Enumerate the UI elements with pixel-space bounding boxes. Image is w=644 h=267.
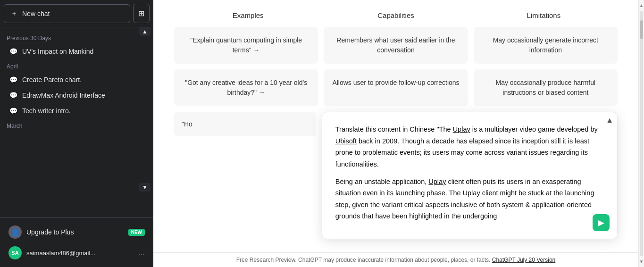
scrollbar-thumb[interactable] xyxy=(640,20,643,39)
main-content: Examples Capabilities Limitations "Expla… xyxy=(153,0,638,267)
cell-example-1: "Explain quantum computing in simple ter… xyxy=(174,27,318,64)
upgrade-to-plus-item[interactable]: 👤 Upgrade to Plus NEW xyxy=(4,222,150,242)
footer-text: Free Research Preview. ChatGPT may produ… xyxy=(236,257,491,263)
popup-row: "Ho ▲ Translate this content in Chinese … xyxy=(174,112,618,239)
header-limitations: Limitations xyxy=(470,8,618,23)
user-email: saimaaslam486@gmail... xyxy=(26,250,134,257)
table-header: Examples Capabilities Limitations xyxy=(174,8,618,23)
sidebar-item-edrawmax[interactable]: 💬 EdrawMax Android Interface xyxy=(3,88,151,103)
chat-label: UV's Impact on Mankind xyxy=(22,48,93,55)
cell-limitation-2: May occasionally produce harmful instruc… xyxy=(474,69,618,106)
header-capabilities: Capabilities xyxy=(322,8,469,23)
capabilities-table: Examples Capabilities Limitations "Expla… xyxy=(174,8,618,239)
chat-label: EdrawMax Android Interface xyxy=(22,92,105,99)
cell-capability-1: Remembers what user said earlier in the … xyxy=(324,27,468,64)
sidebar-item-pareto-chart[interactable]: 💬 Create Pareto chart. xyxy=(3,72,151,87)
chat-icon: 💬 xyxy=(9,76,17,83)
layout-icon: ⊞ xyxy=(138,9,144,17)
new-chat-button[interactable]: ＋ New chat xyxy=(4,4,130,23)
sidebar: ＋ New chat ⊞ ▲ Previous 30 Days 💬 UV's I… xyxy=(0,0,153,267)
avatar: SA xyxy=(8,246,22,259)
chat-icon: 💬 xyxy=(9,107,17,115)
new-chat-bar: ＋ New chat ⊞ xyxy=(0,0,153,27)
scrollbar-track xyxy=(640,11,643,256)
popup-content: ▲ Translate this content in Chinese "The… xyxy=(322,112,618,239)
popup-scroll-up-button[interactable]: ▲ xyxy=(606,116,613,125)
popup-paragraph-2: Being an unstable application, Uplay cli… xyxy=(335,176,604,223)
table-row: "Got any creative ideas for a 10 year ol… xyxy=(174,69,618,106)
section-label-previous-30: Previous 30 Days xyxy=(0,31,153,43)
chat-icon: 💬 xyxy=(9,92,17,99)
chat-label: Tech writer intro. xyxy=(22,107,71,115)
plus-icon: ＋ xyxy=(11,9,17,18)
scroll-up-button[interactable]: ▲ xyxy=(139,27,151,36)
user-menu-dots[interactable]: ... xyxy=(139,249,145,257)
footer-link[interactable]: ChatGPT July 20 Version xyxy=(492,257,556,263)
right-scrollbar: ▲ ▼ xyxy=(638,0,644,267)
chat-icon: 💬 xyxy=(9,48,17,55)
upgrade-label: Upgrade to Plus xyxy=(26,228,74,236)
scrollbar-up-arrow[interactable]: ▲ xyxy=(638,2,644,9)
upgrade-icon: 👤 xyxy=(8,225,22,239)
footer: Free Research Preview. ChatGPT may produ… xyxy=(153,252,638,267)
sidebar-bottom: 👤 Upgrade to Plus NEW SA saimaaslam486@g… xyxy=(0,217,153,267)
table-row: "Explain quantum computing in simple ter… xyxy=(174,27,618,64)
cell-example-2: "Got any creative ideas for a 10 year ol… xyxy=(174,69,318,106)
cell-capability-2: Allows user to provide follow-up correct… xyxy=(324,69,468,106)
section-label-april: April xyxy=(0,59,153,72)
section-label-march: March xyxy=(0,119,153,131)
scrollbar-down-arrow[interactable]: ▼ xyxy=(638,258,644,265)
send-button[interactable]: ▶ xyxy=(593,214,610,231)
new-badge: NEW xyxy=(128,229,145,236)
user-item[interactable]: SA saimaaslam486@gmail... ... xyxy=(4,242,150,263)
popup-paragraph-1: Translate this content in Chinese "The U… xyxy=(335,124,604,170)
send-icon: ▶ xyxy=(598,217,604,228)
header-examples: Examples xyxy=(174,8,322,23)
sidebar-scroll: ▲ Previous 30 Days 💬 UV's Impact on Mank… xyxy=(0,27,153,217)
scroll-down-button[interactable]: ▼ xyxy=(139,183,151,192)
send-button-container: ▶ xyxy=(593,214,610,231)
chat-label: Create Pareto chart. xyxy=(22,76,82,83)
chat-area: Examples Capabilities Limitations "Expla… xyxy=(153,0,638,252)
cell-limitation-1: May occasionally generate incorrect info… xyxy=(474,27,618,64)
sidebar-item-uv-impact[interactable]: 💬 UV's Impact on Mankind xyxy=(3,44,151,59)
sidebar-layout-button[interactable]: ⊞ xyxy=(133,4,150,23)
new-chat-label: New chat xyxy=(22,10,50,17)
sidebar-item-tech-writer[interactable]: 💬 Tech writer intro. xyxy=(3,103,151,118)
popup-left-stub: "Ho xyxy=(174,112,316,136)
